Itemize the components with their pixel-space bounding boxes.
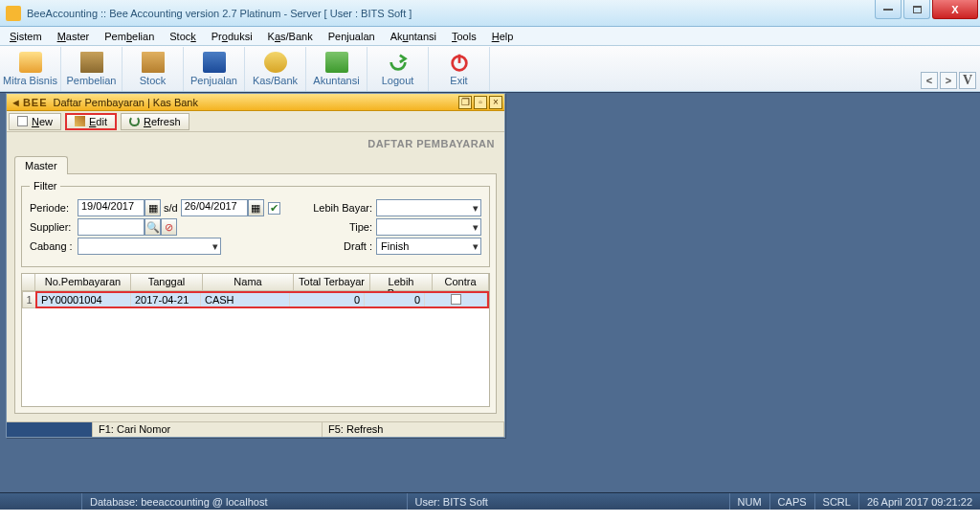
- tool-kasbank[interactable]: Kas/Bank: [245, 47, 306, 91]
- periode-from-calendar-button[interactable]: ▦: [145, 199, 161, 216]
- refresh-button[interactable]: Refresh: [121, 113, 189, 130]
- tool-akuntansi[interactable]: Akuntansi: [306, 47, 368, 91]
- close-button[interactable]: X: [932, 0, 978, 19]
- supplier-clear-button[interactable]: ⊘: [161, 218, 177, 236]
- filter-fieldset: Filter Periode: 19/04/2017 ▦ s/d 26/04/2…: [21, 180, 490, 267]
- filter-legend: Filter: [30, 180, 60, 192]
- tool-stock[interactable]: Stock: [122, 47, 184, 91]
- tipe-label: Tipe:: [310, 221, 372, 233]
- status-caps: CAPS: [769, 493, 814, 510]
- periode-to-input[interactable]: 26/04/2017: [181, 199, 248, 216]
- periode-checkbox[interactable]: ✔: [268, 202, 280, 215]
- status-scrl: SCRL: [814, 493, 858, 510]
- col-no-pembayaran[interactable]: No.Pembayaran: [35, 274, 131, 291]
- window-title: BeeAccounting :: Bee Accounting version …: [27, 8, 412, 19]
- menu-pembelian[interactable]: Pembelian: [97, 29, 162, 44]
- lebih-bayar-label: Lebih Bayar:: [310, 202, 372, 214]
- checkbox-icon: [451, 294, 461, 305]
- cell-contra: [425, 293, 487, 306]
- nav-next-button[interactable]: >: [940, 72, 957, 89]
- power-icon: [448, 52, 471, 73]
- calendar-icon: ▦: [251, 202, 260, 215]
- sub-restore-button[interactable]: ❐: [458, 96, 472, 109]
- mdi-workspace: ◄ BEE Daftar Pembayaran | Kas Bank ❐ ▫ ×…: [0, 92, 980, 510]
- cell-lebih: 0: [365, 293, 425, 306]
- payment-grid: No.Pembayaran Tanggal Nama Total Terbaya…: [21, 273, 490, 407]
- menu-akuntansi[interactable]: Akuntansi: [383, 29, 444, 44]
- subwindow-title: Daftar Pembayaran | Kas Bank: [54, 97, 198, 108]
- new-button[interactable]: New: [9, 113, 61, 130]
- cabang-select[interactable]: [78, 238, 221, 255]
- row-index: 1: [22, 291, 35, 308]
- periode-from-input[interactable]: 19/04/2017: [78, 199, 145, 216]
- table-row[interactable]: 1 PY00001004 2017-04-21 CASH 0 0: [22, 291, 489, 308]
- handshake-icon: [19, 52, 42, 73]
- tab-panel: Filter Periode: 19/04/2017 ▦ s/d 26/04/2…: [14, 173, 497, 414]
- tool-exit[interactable]: Exit: [429, 47, 490, 91]
- hint-f5: F5: Refresh: [323, 422, 504, 437]
- cell-tanggal: 2017-04-21: [131, 293, 201, 306]
- menu-kasbank[interactable]: Kas/Bank: [260, 29, 321, 44]
- chart-icon: [325, 52, 348, 73]
- sub-close-button[interactable]: ×: [489, 96, 502, 109]
- edit-button[interactable]: Edit: [65, 113, 117, 130]
- main-statusbar: Database: beeaccounting @ localhost User…: [0, 492, 980, 510]
- maximize-button[interactable]: [903, 0, 930, 19]
- tool-logout[interactable]: Logout: [368, 47, 429, 91]
- sub-max-button[interactable]: ▫: [474, 96, 487, 109]
- menu-penjualan[interactable]: Penjualan: [321, 29, 383, 44]
- action-bar: New Edit Refresh: [7, 111, 504, 132]
- lebih-bayar-select[interactable]: [376, 199, 481, 216]
- col-lebih-bayar[interactable]: Lebih Bayar: [370, 274, 433, 291]
- col-tanggal[interactable]: Tanggal: [131, 274, 203, 291]
- menu-produksi[interactable]: Produksi: [204, 29, 260, 44]
- tab-master[interactable]: Master: [14, 156, 68, 174]
- coins-icon: [264, 52, 287, 73]
- status-num: NUM: [729, 493, 769, 510]
- app-brand: BEE: [23, 97, 48, 108]
- supplier-input[interactable]: [78, 218, 145, 236]
- draft-label: Draft :: [310, 240, 372, 252]
- minimize-button[interactable]: [875, 0, 902, 19]
- subwindow-statusbar: F1: Cari Nomor F5: Refresh: [7, 421, 504, 437]
- menu-master[interactable]: Master: [50, 29, 98, 44]
- status-seg-blue: [7, 422, 93, 437]
- menu-tools[interactable]: Tools: [444, 29, 484, 44]
- pencil-icon: [75, 116, 85, 126]
- menubar: Sistem Master Pembelian Stock Produksi K…: [0, 27, 980, 46]
- subwindow-titlebar[interactable]: ◄ BEE Daftar Pembayaran | Kas Bank ❐ ▫ ×: [7, 94, 504, 111]
- app-icon: [6, 6, 21, 21]
- menu-stock[interactable]: Stock: [162, 29, 204, 44]
- bag-icon: [203, 52, 226, 73]
- periode-to-calendar-button[interactable]: ▦: [248, 199, 264, 216]
- grid-corner: [22, 274, 35, 291]
- status-spacer: [0, 493, 81, 510]
- col-total-terbayar[interactable]: Total Terbayar: [294, 274, 370, 291]
- menu-sistem[interactable]: Sistem: [2, 29, 50, 44]
- hint-f1: F1: Cari Nomor: [93, 422, 323, 437]
- tool-pembelian[interactable]: Pembelian: [61, 47, 122, 91]
- draft-select[interactable]: Finish: [376, 238, 481, 255]
- daftar-pembayaran-window: ◄ BEE Daftar Pembayaran | Kas Bank ❐ ▫ ×…: [6, 93, 505, 438]
- supplier-label: Supplier:: [30, 221, 78, 233]
- shelf-icon: [142, 52, 165, 73]
- menu-help[interactable]: Help: [484, 29, 522, 44]
- supplier-search-button[interactable]: 🔍: [145, 218, 161, 236]
- cell-no: PY00001004: [37, 293, 131, 306]
- status-user: User: BITS Soft: [407, 493, 598, 510]
- status-datetime: 26 April 2017 09:21:22: [858, 493, 980, 510]
- col-nama[interactable]: Nama: [203, 274, 294, 291]
- view-toggle-button[interactable]: V: [959, 72, 976, 89]
- window-titlebar: BeeAccounting :: Bee Accounting version …: [0, 0, 980, 27]
- nav-prev-button[interactable]: <: [921, 72, 938, 89]
- search-icon: 🔍: [146, 221, 160, 234]
- checkbox-icon: [17, 116, 28, 126]
- logout-icon: [387, 52, 410, 73]
- col-contra[interactable]: Contra: [433, 274, 489, 291]
- tool-penjualan[interactable]: Penjualan: [184, 47, 245, 91]
- status-database: Database: beeaccounting @ localhost: [81, 493, 275, 510]
- tool-mitra-bisnis[interactable]: Mitra Bisnis: [0, 47, 61, 91]
- cabang-label: Cabang :: [30, 240, 78, 252]
- tipe-select[interactable]: [376, 218, 481, 236]
- back-icon[interactable]: ◄: [11, 97, 21, 108]
